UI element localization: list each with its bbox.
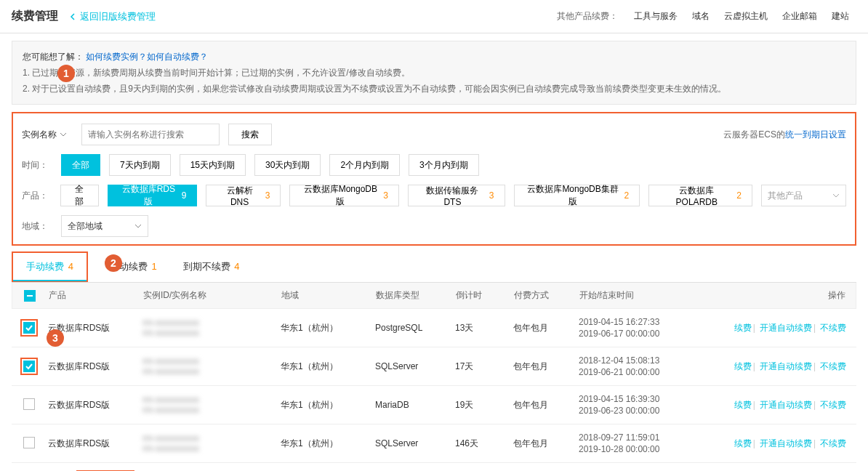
ecs-unified-date-link[interactable]: 统一到期日设置	[785, 129, 846, 140]
search-button[interactable]: 搜索	[228, 124, 272, 145]
header-link-tools[interactable]: 工具与服务	[634, 10, 678, 23]
row-checkbox[interactable]	[23, 322, 35, 334]
header-link-vhost[interactable]: 云虚拟主机	[724, 10, 768, 23]
header-link-mail[interactable]: 企业邮箱	[782, 10, 817, 23]
cell-time: 2018-09-27 11:59:012019-10-28 00:00:00	[574, 432, 698, 455]
prod-opt-polardb[interactable]: 云数据库POLARDB 2	[648, 185, 752, 206]
page-header: 续费管理 返回旧版续费管理 其他产品续费： 工具与服务 域名 云虚拟主机 企业邮…	[0, 0, 868, 33]
search-input[interactable]	[81, 124, 220, 145]
time-opt-all[interactable]: 全部	[61, 154, 100, 176]
other-products-label: 其他产品续费：	[557, 10, 618, 23]
th-ops: 操作	[699, 289, 853, 302]
cell-product: 云数据库RDS版	[44, 361, 138, 373]
cell-pay-type: 包年包月	[509, 399, 574, 411]
region-filter-label: 地域：	[22, 220, 52, 233]
time-opt-30d[interactable]: 30天内到期	[254, 154, 321, 176]
arrow-left-icon	[70, 13, 77, 20]
step-badge-3: 3	[47, 329, 64, 347]
time-opt-2m[interactable]: 2个月内到期	[329, 154, 400, 176]
prod-opt-rds[interactable]: 云数据库RDS版 9	[108, 185, 197, 206]
header-link-site[interactable]: 建站	[832, 10, 849, 23]
header-link-domain[interactable]: 域名	[692, 10, 710, 23]
step-badge-2: 2	[105, 254, 122, 272]
chevron-down-icon	[832, 192, 840, 199]
no-renew-link[interactable]: 不续费	[820, 361, 846, 371]
cell-countdown: 13天	[451, 322, 509, 334]
chevron-down-icon	[134, 222, 142, 230]
enable-auto-renew-link[interactable]: 开通自动续费	[760, 438, 812, 448]
prod-opt-dns[interactable]: 云解析 DNS 3	[206, 185, 281, 206]
renew-link[interactable]: 续费	[734, 323, 752, 333]
select-all-checkbox[interactable]	[24, 290, 36, 302]
info-line-2: 2. 对于已设置自动续费，且9天内到期的实例，如果您尝试修改自动续费周期或设置为…	[23, 81, 845, 97]
prod-opt-mongodb-cluster[interactable]: 云数据库MongoDB集群版 2	[514, 185, 640, 206]
cell-instance-id: rm-xxxxxxxxxxrm-xxxxxxxxxx	[138, 318, 276, 338]
ecs-setting: 云服务器ECS的统一到期日设置	[723, 129, 846, 141]
tab-no-renew[interactable]: 到期不续费 4	[170, 253, 253, 281]
region-dropdown[interactable]: 全部地域	[61, 215, 148, 237]
enable-auto-renew-link[interactable]: 开通自动续费	[760, 323, 812, 333]
row-checkbox[interactable]	[23, 437, 35, 448]
time-opt-7d[interactable]: 7天内到期	[109, 154, 171, 176]
tabs: 2 手动续费 4 自动续费 1 到期不续费 4	[12, 251, 856, 283]
other-products-dropdown[interactable]: 其他产品	[761, 185, 846, 206]
th-countdown: 倒计时	[451, 289, 510, 302]
cell-time: 2018-12-04 15:08:132019-06-21 00:00:00	[574, 355, 698, 378]
cell-countdown: 17天	[451, 361, 509, 373]
cell-region: 华东1（杭州）	[276, 399, 371, 411]
info-box: 1 您可能想了解： 如何续费实例？如何自动续费？ 1. 已过期的资源，新续费周期…	[12, 41, 856, 105]
cell-time: 2019-04-15 16:27:332019-06-17 00:00:00	[574, 316, 698, 339]
cell-ops: 续费|开通自动续费|不续费	[698, 399, 853, 411]
enable-auto-renew-link[interactable]: 开通自动续费	[760, 361, 812, 371]
cell-pay-type: 包年包月	[509, 361, 574, 373]
cell-ops: 续费|开通自动续费|不续费	[698, 438, 853, 450]
prod-opt-dts[interactable]: 数据传输服务DTS 3	[408, 185, 505, 206]
back-link[interactable]: 返回旧版续费管理	[70, 10, 156, 23]
enable-auto-renew-link[interactable]: 开通自动续费	[760, 400, 812, 410]
th-region: 地域	[277, 289, 371, 302]
cell-db-type: SQLServer	[371, 438, 451, 448]
table-row: 云数据库RDS版rm-xxxxxxxxxxrm-xxxxxxxxxx华东1（杭州…	[12, 386, 856, 424]
th-product: 产品	[44, 289, 139, 302]
product-filter-label: 产品：	[22, 190, 52, 202]
th-pay-type: 付费方式	[510, 289, 575, 302]
tab-auto-renew[interactable]: 自动续费 1	[88, 253, 170, 281]
no-renew-link[interactable]: 不续费	[820, 400, 846, 410]
renew-link[interactable]: 续费	[734, 400, 752, 410]
cell-region: 华东1（杭州）	[276, 438, 371, 450]
info-faq-link[interactable]: 如何续费实例？如何自动续费？	[86, 52, 208, 62]
cell-countdown: 19天	[451, 399, 509, 411]
cell-db-type: MariaDB	[371, 400, 451, 410]
prod-opt-all[interactable]: 全部	[60, 185, 99, 206]
instance-table: 产品 实例ID/实例名称 地域 数据库类型 倒计时 付费方式 开始/结束时间 操…	[12, 283, 856, 463]
th-time: 开始/结束时间	[575, 289, 699, 302]
cell-ops: 续费|开通自动续费|不续费	[698, 322, 853, 334]
table-row: 云数据库RDS版rm-xxxxxxxxxxrm-xxxxxxxxxx华东1（杭州…	[12, 347, 856, 386]
cell-instance-id: rm-xxxxxxxxxxrm-xxxxxxxxxx	[138, 433, 276, 454]
table-header: 产品 实例ID/实例名称 地域 数据库类型 倒计时 付费方式 开始/结束时间 操…	[12, 283, 856, 309]
renew-link[interactable]: 续费	[734, 438, 752, 448]
no-renew-link[interactable]: 不续费	[820, 438, 846, 448]
cell-region: 华东1（杭州）	[276, 361, 371, 373]
cell-pay-type: 包年包月	[509, 438, 574, 450]
th-db-type: 数据库类型	[371, 289, 451, 302]
cell-instance-id: rm-xxxxxxxxxxrm-xxxxxxxxxx	[138, 356, 276, 377]
page-title: 续费管理	[12, 9, 58, 24]
time-opt-15d[interactable]: 15天内到期	[180, 154, 246, 176]
cell-time: 2019-04-15 16:39:302019-06-23 00:00:00	[574, 393, 698, 416]
cell-region: 华东1（杭州）	[276, 322, 371, 334]
cell-db-type: SQLServer	[371, 361, 451, 371]
step-badge-1: 1	[57, 65, 75, 82]
chevron-down-icon	[60, 131, 67, 138]
no-renew-link[interactable]: 不续费	[820, 323, 846, 333]
time-opt-3m[interactable]: 3个月内到期	[409, 154, 479, 176]
row-checkbox[interactable]	[23, 398, 35, 410]
cell-product: 云数据库RDS版	[44, 399, 138, 411]
tab-manual-renew[interactable]: 手动续费 4	[12, 251, 88, 282]
row-checkbox[interactable]	[23, 361, 35, 372]
renew-link[interactable]: 续费	[734, 361, 752, 371]
search-field-selector[interactable]: 实例名称	[22, 129, 67, 141]
prod-opt-mongodb[interactable]: 云数据库MongoDB版 3	[289, 185, 398, 206]
cell-instance-id: rm-xxxxxxxxxxrm-xxxxxxxxxx	[138, 395, 276, 415]
table-row: 3云数据库RDS版rm-xxxxxxxxxxrm-xxxxxxxxxx华东1（杭…	[12, 309, 856, 347]
